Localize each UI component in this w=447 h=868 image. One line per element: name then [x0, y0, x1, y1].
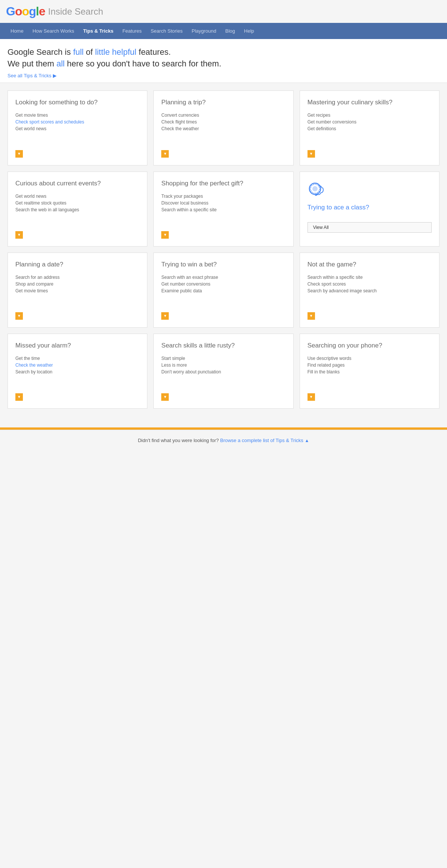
card-6: Trying to ace a class?View All — [300, 171, 440, 247]
card-1: Looking for something to do?Get movie ti… — [8, 90, 147, 165]
card-title: Search skills a little rusty? — [161, 341, 285, 350]
card-links: Get the timeCheck the weatherSearch by l… — [15, 356, 140, 387]
card-link-item[interactable]: Search by location — [15, 369, 140, 375]
card-link-item[interactable]: Get world news — [15, 126, 140, 131]
see-all-link[interactable]: See all Tips & Tricks ▶ — [8, 73, 57, 78]
card-link-item[interactable]: Get number conversions — [161, 281, 285, 287]
card-link-item[interactable]: Check sport scores and schedules — [15, 119, 140, 125]
card-8: Trying to win a bet?Search with an exact… — [153, 253, 293, 328]
card-link-item[interactable]: Don't worry about punctuation — [161, 369, 285, 375]
card-link-item[interactable]: Check flight times — [161, 119, 285, 125]
card-link-item[interactable]: Check the weather — [15, 363, 140, 368]
card-title: Planning a date? — [15, 260, 140, 269]
card-link-item[interactable]: Get movie times — [15, 288, 140, 293]
browse-tips-link[interactable]: Browse a complete list of Tips & Tricks … — [220, 438, 309, 443]
nav-item-home[interactable]: Home — [6, 23, 28, 39]
google-logo[interactable]: Google — [6, 5, 45, 18]
nav-item-search-stories[interactable]: Search Stories — [146, 23, 187, 39]
card-links: Get recipesGet number conversionsGet def… — [308, 113, 432, 144]
card-link-item[interactable]: Get recipes — [308, 113, 432, 118]
card-5: Shopping for the perfect gift?Track your… — [153, 171, 293, 247]
card-title: Planning a trip? — [161, 98, 285, 107]
browse-tips-label: Browse a complete list of Tips & Tricks — [220, 438, 303, 443]
card-link-item[interactable]: Search for an address — [15, 275, 140, 280]
card-expand-arrow[interactable] — [308, 312, 315, 320]
card-9: Not at the game?Search within a specific… — [300, 253, 440, 328]
card-title: Mastering your culinary skills? — [308, 98, 432, 107]
footer-text: Didn't find what you were looking for? — [138, 438, 219, 443]
card-title: Searching on your phone? — [308, 341, 432, 350]
card-link-item[interactable]: Search within a specific site — [161, 207, 285, 212]
card-links: Get world newsGet realtime stock quotesS… — [15, 194, 140, 225]
card-link-item[interactable]: Search within a specific site — [308, 275, 432, 280]
hero-section: Google Search is full of little helpful … — [0, 39, 447, 83]
card-link-item[interactable]: Get realtime stock quotes — [15, 200, 140, 206]
logo-inside-text: Inside Search — [48, 6, 103, 17]
card-link-item[interactable]: Less is more — [161, 363, 285, 368]
card-expand-arrow[interactable] — [15, 312, 23, 320]
footer: Didn't find what you were looking for? B… — [0, 430, 447, 451]
card-expand-arrow[interactable] — [15, 150, 23, 158]
brain-icon — [308, 179, 432, 200]
nav-item-playground[interactable]: Playground — [187, 23, 221, 39]
cards-grid: Looking for something to do?Get movie ti… — [0, 83, 447, 416]
nav-item-help[interactable]: Help — [240, 23, 259, 39]
card-link-item[interactable]: Search with an exact phrase — [161, 275, 285, 280]
card-link-item[interactable]: Shop and compare — [15, 281, 140, 287]
card-expand-arrow[interactable] — [308, 150, 315, 158]
card-7: Planning a date?Search for an addressSho… — [8, 253, 147, 328]
card-11: Search skills a little rusty?Start simpl… — [153, 334, 293, 409]
nav-item-how-search-works[interactable]: How Search Works — [28, 23, 79, 39]
card-title: Shopping for the perfect gift? — [161, 179, 285, 188]
card-link-item[interactable]: Convert currencies — [161, 113, 285, 118]
svg-point-1 — [312, 186, 318, 191]
card-links: Convert currenciesCheck flight timesChec… — [161, 113, 285, 144]
card-links: Track your packagesDiscover local busine… — [161, 194, 285, 225]
card-link-item[interactable]: Examine public data — [161, 288, 285, 293]
card-expand-arrow[interactable] — [308, 393, 315, 401]
card-link-item[interactable]: Track your packages — [161, 194, 285, 199]
card-title: Not at the game? — [308, 260, 432, 269]
card-link-item[interactable]: Use descriptive words — [308, 356, 432, 361]
card-link-item[interactable]: Search the web in all languages — [15, 207, 140, 212]
header: Google Inside Search — [0, 0, 447, 23]
card-link-item[interactable]: Get definitions — [308, 126, 432, 131]
logo-area: Google Inside Search — [6, 5, 103, 18]
hero-headline: Google Search is full of little helpful … — [8, 47, 440, 70]
card-expand-arrow[interactable] — [15, 231, 23, 239]
card-link-item[interactable]: Start simple — [161, 356, 285, 361]
card-expand-arrow[interactable] — [161, 312, 169, 320]
card-link-item[interactable]: Get world news — [15, 194, 140, 199]
nav-item-blog[interactable]: Blog — [221, 23, 240, 39]
navbar: HomeHow Search WorksTips & TricksFeature… — [0, 23, 447, 39]
card-expand-arrow[interactable] — [15, 393, 23, 401]
view-all-button[interactable]: View All — [308, 222, 432, 233]
card-title: Trying to ace a class? — [308, 203, 432, 212]
card-link-item[interactable]: Check the weather — [161, 126, 285, 131]
nav-item-tips--tricks[interactable]: Tips & Tricks — [79, 23, 118, 39]
card-links: Search within a specific siteCheck sport… — [308, 275, 432, 306]
card-link-item[interactable]: Fill in the blanks — [308, 369, 432, 375]
card-links: Get movie timesCheck sport scores and sc… — [15, 113, 140, 144]
card-3: Mastering your culinary skills?Get recip… — [300, 90, 440, 165]
card-expand-arrow[interactable] — [161, 231, 169, 239]
logo-g2: g — [29, 5, 36, 18]
up-arrow-icon: ▲ — [304, 438, 309, 443]
card-link-item[interactable]: Get number conversions — [308, 119, 432, 125]
logo-g: G — [6, 5, 15, 18]
card-link-item[interactable]: Get movie times — [15, 113, 140, 118]
card-title: Looking for something to do? — [15, 98, 140, 107]
card-title: Missed your alarm? — [15, 341, 140, 350]
card-link-item[interactable]: Check sport scores — [308, 281, 432, 287]
card-expand-arrow[interactable] — [161, 393, 169, 401]
card-title: Trying to win a bet? — [161, 260, 285, 269]
card-link-item[interactable]: Search by advanced image search — [308, 288, 432, 293]
card-expand-arrow[interactable] — [161, 150, 169, 158]
card-links: Start simpleLess is moreDon't worry abou… — [161, 356, 285, 387]
logo-e: e — [39, 5, 45, 18]
nav-item-features[interactable]: Features — [118, 23, 146, 39]
card-link-item[interactable]: Find related pages — [308, 363, 432, 368]
card-link-item[interactable]: Get the time — [15, 356, 140, 361]
card-link-item[interactable]: Discover local business — [161, 200, 285, 206]
logo-o2: o — [22, 5, 29, 18]
